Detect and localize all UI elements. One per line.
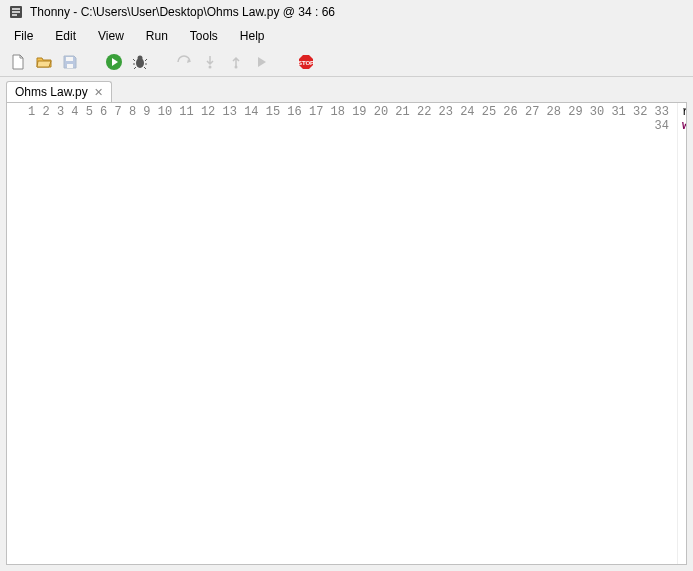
tab-label: Ohms Law.py xyxy=(15,85,88,99)
tab-bar: Ohms Law.py ✕ xyxy=(0,77,693,102)
step-over-button[interactable] xyxy=(174,52,194,72)
menu-file[interactable]: File xyxy=(4,26,43,46)
line-gutter: 1 2 3 4 5 6 7 8 9 10 11 12 13 14 15 16 1… xyxy=(7,103,678,564)
close-icon[interactable]: ✕ xyxy=(94,86,103,99)
menu-edit[interactable]: Edit xyxy=(45,26,86,46)
title-bar: Thonny - C:\Users\User\Desktop\Ohms Law.… xyxy=(0,0,693,24)
svg-point-10 xyxy=(235,66,238,69)
code-area[interactable]: repeat=1 while (repeat==1): print("1. Ca… xyxy=(678,103,686,564)
app-icon xyxy=(8,4,24,20)
menu-help[interactable]: Help xyxy=(230,26,275,46)
menu-tools[interactable]: Tools xyxy=(180,26,228,46)
svg-rect-3 xyxy=(12,14,17,16)
svg-rect-2 xyxy=(12,11,20,13)
toolbar: STOP xyxy=(0,48,693,77)
run-button[interactable] xyxy=(104,52,124,72)
step-out-button[interactable] xyxy=(226,52,246,72)
svg-rect-4 xyxy=(66,57,73,61)
tab-active[interactable]: Ohms Law.py ✕ xyxy=(6,81,112,102)
code-editor[interactable]: 1 2 3 4 5 6 7 8 9 10 11 12 13 14 15 16 1… xyxy=(6,102,687,565)
save-file-button[interactable] xyxy=(60,52,80,72)
menu-run[interactable]: Run xyxy=(136,26,178,46)
open-file-button[interactable] xyxy=(34,52,54,72)
menu-view[interactable]: View xyxy=(88,26,134,46)
debug-button[interactable] xyxy=(130,52,150,72)
resume-button[interactable] xyxy=(252,52,272,72)
window-title: Thonny - C:\Users\User\Desktop\Ohms Law.… xyxy=(30,5,335,19)
stop-button[interactable]: STOP xyxy=(296,52,316,72)
step-into-button[interactable] xyxy=(200,52,220,72)
new-file-button[interactable] xyxy=(8,52,28,72)
svg-rect-1 xyxy=(12,8,20,10)
menu-bar: File Edit View Run Tools Help xyxy=(0,24,693,48)
svg-rect-5 xyxy=(67,64,73,68)
svg-point-9 xyxy=(209,66,212,69)
svg-point-8 xyxy=(138,56,143,61)
svg-text:STOP: STOP xyxy=(298,60,314,66)
